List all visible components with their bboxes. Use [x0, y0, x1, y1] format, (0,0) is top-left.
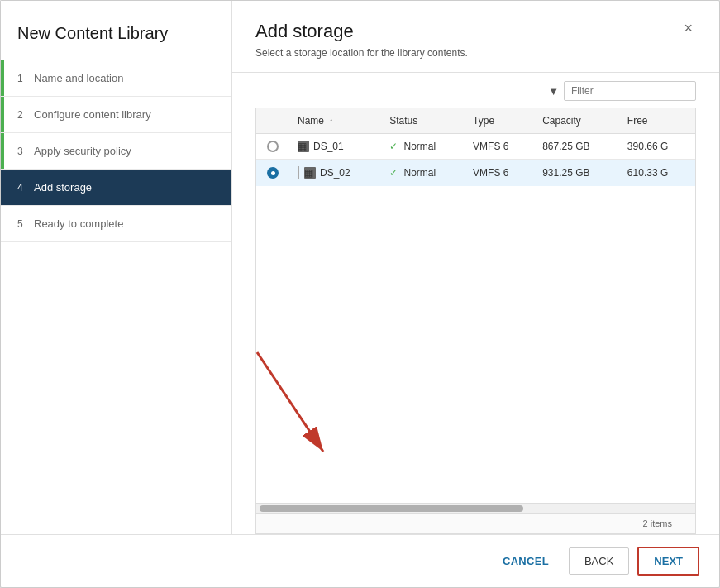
step-label-2: Configure content library	[34, 108, 151, 121]
dialog-footer: CANCEL BACK NEXT	[1, 534, 719, 587]
radio-ds01[interactable]	[265, 141, 281, 152]
row2-select-cell[interactable]	[256, 160, 289, 187]
step-label-1: Name and location	[34, 72, 123, 84]
main-subtitle: Select a storage location for the librar…	[255, 47, 468, 59]
row2-free-cell: 610.33 G	[619, 160, 695, 187]
storage-table-element: Name ↑ Status Type Capacity Free	[256, 108, 695, 186]
dialog: New Content Library 1 Name and location …	[0, 0, 720, 588]
separator-icon	[298, 166, 299, 179]
row1-name-cell: ▦ DS_01	[289, 134, 381, 160]
cancel-button[interactable]: CANCEL	[491, 548, 560, 574]
row2-capacity-cell: 931.25 GB	[534, 160, 619, 187]
ds01-name: ▦ DS_01	[298, 141, 373, 152]
sidebar-title: New Content Library	[1, 1, 231, 60]
sidebar-step-4[interactable]: 4 Add storage	[1, 170, 231, 206]
table-scroll-bar[interactable]	[255, 504, 696, 514]
row2-type-cell: VMFS 6	[465, 160, 534, 187]
col-header-free: Free	[619, 108, 695, 134]
filter-input[interactable]	[564, 81, 696, 101]
sidebar-step-5[interactable]: 5 Ready to complete	[1, 206, 231, 242]
main-header-left: Add storage Select a storage location fo…	[255, 21, 468, 59]
step-num-3: 3	[17, 146, 34, 157]
main-content: Add storage Select a storage location fo…	[232, 1, 719, 534]
sort-arrow-name: ↑	[329, 117, 333, 126]
status-text-ds01: Normal	[403, 141, 436, 152]
filter-row: ▼	[232, 73, 719, 108]
row2-status-cell: ✓ Normal	[381, 160, 465, 187]
table-header-row: Name ↑ Status Type Capacity Free	[256, 108, 695, 134]
sidebar-steps: 1 Name and location 2 Configure content …	[1, 60, 231, 242]
radio-inner-ds02	[271, 171, 275, 175]
table-row[interactable]: ▦ DS_02 ✓ Normal VMFS 6 931.25 GB 610.33…	[256, 160, 695, 187]
back-button[interactable]: BACK	[569, 547, 629, 575]
status-ok-icon-ds02: ✓	[389, 167, 398, 179]
next-button[interactable]: NEXT	[637, 547, 699, 576]
step-num-4: 4	[17, 182, 34, 194]
col-header-capacity: Capacity	[534, 108, 619, 134]
table-footer: 2 items	[255, 514, 696, 534]
step-num-1: 1	[17, 73, 34, 84]
status-ok-icon-ds01: ✓	[389, 141, 398, 152]
radio-ds02[interactable]	[265, 167, 281, 179]
datastore-icon-ds01: ▦	[298, 141, 309, 152]
status-text-ds02: Normal	[403, 167, 436, 179]
col-header-select	[256, 108, 289, 134]
row1-type-cell: VMFS 6	[465, 134, 534, 160]
sidebar-step-2[interactable]: 2 Configure content library	[1, 97, 231, 133]
col-header-type: Type	[465, 108, 534, 134]
row1-select-cell[interactable]	[256, 134, 289, 160]
row1-free-cell: 390.66 G	[619, 134, 695, 160]
col-header-status: Status	[381, 108, 465, 134]
step-label-3: Apply security policy	[34, 145, 131, 157]
radio-outer-ds01	[267, 141, 279, 152]
step-num-2: 2	[17, 109, 34, 121]
filter-icon: ▼	[548, 85, 559, 98]
close-button[interactable]: ×	[680, 21, 696, 36]
step-label-5: Ready to complete	[34, 218, 123, 230]
storage-table: Name ↑ Status Type Capacity Free	[255, 108, 696, 504]
sidebar-step-1[interactable]: 1 Name and location	[1, 60, 231, 97]
main-title: Add storage	[255, 21, 468, 42]
scroll-thumb	[260, 505, 523, 512]
sidebar: New Content Library 1 Name and location …	[1, 1, 232, 534]
row1-capacity-cell: 867.25 GB	[534, 134, 619, 160]
radio-outer-ds02	[267, 167, 279, 179]
row1-status-cell: ✓ Normal	[381, 134, 465, 160]
ds02-name: ▦ DS_02	[298, 166, 373, 179]
datastore-icon-ds02: ▦	[304, 167, 316, 179]
step-label-4: Add storage	[34, 181, 92, 194]
dialog-body: New Content Library 1 Name and location …	[1, 1, 719, 534]
step-num-5: 5	[17, 218, 34, 230]
sidebar-step-3[interactable]: 3 Apply security policy	[1, 133, 231, 170]
table-row[interactable]: ▦ DS_01 ✓ Normal VMFS 6 867.25 GB 390.66…	[256, 134, 695, 160]
col-header-name[interactable]: Name ↑	[289, 108, 381, 134]
main-header: Add storage Select a storage location fo…	[232, 1, 719, 73]
row2-name-cell: ▦ DS_02	[289, 160, 381, 187]
